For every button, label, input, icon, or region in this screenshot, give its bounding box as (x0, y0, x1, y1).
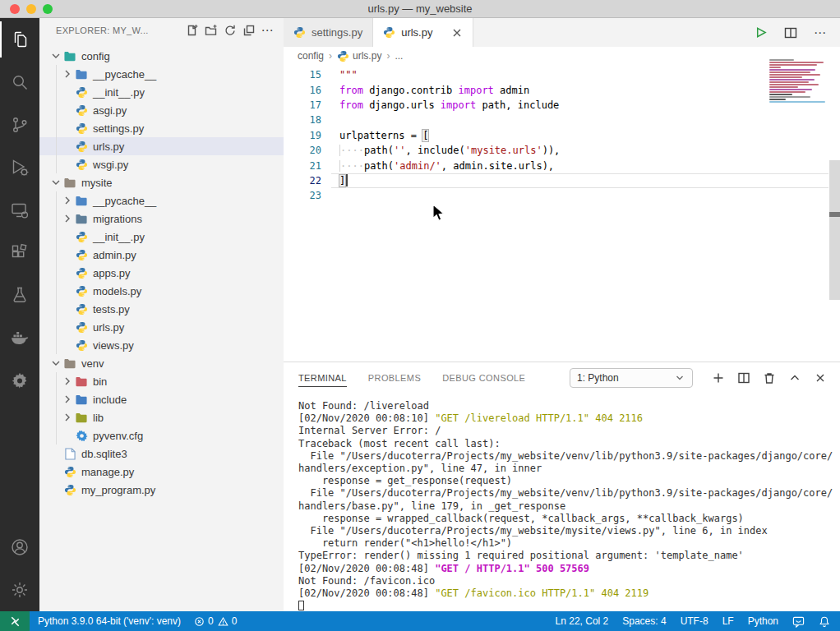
explorer-icon[interactable] (0, 18, 39, 61)
tree-item--pycache-[interactable]: __pycache__ (39, 65, 284, 83)
notifications-bell-icon[interactable] (819, 615, 830, 628)
tree-item-bin[interactable]: bin (39, 372, 284, 390)
tree-item-label: __init__.py (93, 231, 145, 243)
tree-item-mysite[interactable]: mysite (39, 173, 284, 191)
maximize-panel-icon[interactable] (787, 371, 803, 385)
code-line-16: 16from django.contrib import admin (284, 82, 840, 97)
tree-item-config[interactable]: config (39, 47, 284, 65)
activity-bar (0, 18, 39, 611)
tab-terminal[interactable]: TERMINAL (298, 362, 347, 393)
code-line-23: 23 (284, 188, 840, 203)
tree-item-apps-py[interactable]: apps.py (39, 264, 284, 282)
tree-item-admin-py[interactable]: admin.py (39, 246, 284, 264)
tree-item-label: models.py (93, 285, 141, 297)
new-folder-icon[interactable] (201, 21, 220, 39)
tree-item-label: lib (93, 412, 104, 424)
extensions-icon[interactable] (0, 232, 39, 274)
encoding-status[interactable]: UTF-8 (681, 615, 708, 627)
python-icon (74, 122, 89, 135)
close-panel-icon[interactable] (812, 372, 828, 384)
tab-debug-console[interactable]: DEBUG CONSOLE (442, 362, 525, 393)
language-mode-status[interactable]: Python (748, 615, 778, 627)
run-debug-icon[interactable] (0, 146, 39, 189)
source-control-icon[interactable] (0, 104, 39, 146)
tree-item-lib[interactable]: lib (39, 408, 284, 426)
python-icon (74, 159, 89, 171)
terminal-output[interactable]: Not Found: /livereload[02/Nov/2020 00:08… (284, 393, 840, 612)
chevron-down-icon (674, 372, 685, 384)
tree-item-wsgi-py[interactable]: wsgi.py (39, 155, 284, 173)
breadcrumb-config[interactable]: config (298, 50, 324, 62)
tree-item-pyvenv-cfg[interactable]: pyvenv.cfg (39, 426, 284, 444)
tab-settings-py[interactable]: settings.py (284, 18, 373, 47)
close-window-button[interactable] (10, 4, 20, 14)
refresh-icon[interactable] (220, 21, 239, 39)
close-tab-icon[interactable] (451, 27, 463, 39)
bottom-panel: TERMINAL PROBLEMS DEBUG CONSOLE 1: Pytho… (284, 362, 840, 611)
kill-terminal-icon[interactable] (761, 371, 778, 385)
accounts-icon[interactable] (0, 526, 39, 569)
code-editor[interactable]: 15"""16from django.contrib import admin1… (284, 65, 840, 380)
breadcrumb-urls-py[interactable]: urls.py (337, 50, 381, 62)
tree-item-label: db.sqlite3 (81, 448, 127, 460)
remote-indicator[interactable] (0, 611, 30, 631)
tree-item-my-program-py[interactable]: my_program.py (39, 481, 284, 499)
collapse-folders-icon[interactable] (239, 21, 258, 39)
breadcrumb-symbol[interactable]: ... (395, 50, 403, 62)
run-button[interactable] (754, 25, 768, 39)
python-icon (74, 285, 89, 297)
split-editor-icon[interactable] (783, 25, 798, 40)
tree-item-label: manage.py (81, 466, 134, 478)
remote-explorer-icon[interactable] (0, 189, 39, 232)
tree-item-models-py[interactable]: models.py (39, 282, 284, 300)
tree-item-settings-py[interactable]: settings.py (39, 119, 284, 137)
more-actions-icon[interactable]: ⋯ (814, 25, 827, 40)
new-file-icon[interactable] (182, 21, 201, 39)
panel-header: TERMINAL PROBLEMS DEBUG CONSOLE 1: Pytho… (284, 362, 840, 393)
python-icon (74, 339, 89, 352)
tree-item-views-py[interactable]: views.py (39, 336, 284, 354)
minimap[interactable] (769, 59, 828, 104)
indentation-status[interactable]: Spaces: 4 (622, 615, 666, 627)
tree-item-venv[interactable]: venv (39, 354, 284, 372)
tree-item--init-py[interactable]: __init__.py (39, 83, 284, 101)
line-number: 21 (284, 160, 321, 172)
split-terminal-icon[interactable] (736, 371, 752, 385)
terminal-select-value: 1: Python (577, 372, 619, 384)
cursor-position-status[interactable]: Ln 22, Col 2 (556, 615, 609, 627)
terminal-select[interactable]: 1: Python (570, 368, 693, 388)
problems-status[interactable]: 0 0 (194, 615, 237, 627)
extension-pack-icon[interactable] (0, 360, 39, 403)
search-icon[interactable] (0, 61, 39, 104)
tree-item--pycache-[interactable]: __pycache__ (39, 191, 284, 210)
tree-item-include[interactable]: include (39, 390, 284, 408)
folder-icon (74, 68, 89, 81)
python-interpreter-status[interactable]: Python 3.9.0 64-bit ('venv': venv) (38, 615, 181, 627)
tree-item-tests-py[interactable]: tests.py (39, 300, 284, 318)
editor-region: settings.py urls.py ⋯ config › urls.py ›… (284, 18, 840, 611)
settings-icon[interactable] (0, 569, 39, 611)
tree-item-urls-py[interactable]: urls.py (39, 318, 284, 336)
tab-urls-py[interactable]: urls.py (373, 18, 473, 47)
minimize-window-button[interactable] (26, 4, 36, 14)
file-tree: config__pycache____init__.pyasgi.pysetti… (39, 47, 284, 499)
eol-status[interactable]: LF (722, 615, 734, 627)
tree-item-urls-py[interactable]: urls.py (39, 137, 284, 155)
tree-item-label: settings.py (93, 122, 144, 135)
zoom-window-button[interactable] (43, 4, 53, 14)
code-line-21: 21····path('admin/', admin.site.urls), (284, 158, 840, 173)
vertical-scrollbar[interactable] (829, 160, 840, 300)
explorer-sidebar: EXPLORER: MY_W... ⋯ config__pycache____i… (39, 18, 284, 611)
feedback-icon[interactable] (792, 615, 805, 628)
more-actions-icon[interactable]: ⋯ (258, 21, 277, 39)
tree-item-asgi-py[interactable]: asgi.py (39, 101, 284, 119)
new-terminal-icon[interactable] (710, 371, 727, 385)
tree-item-manage-py[interactable]: manage.py (39, 463, 284, 481)
docker-icon[interactable] (0, 317, 39, 360)
tree-item-migrations[interactable]: migrations (39, 210, 284, 228)
tab-problems[interactable]: PROBLEMS (368, 362, 421, 393)
tree-item-db-sqlite3[interactable]: db.sqlite3 (39, 444, 284, 463)
testing-icon[interactable] (0, 274, 39, 317)
python-icon (383, 26, 395, 39)
tree-item--init-py[interactable]: __init__.py (39, 228, 284, 246)
